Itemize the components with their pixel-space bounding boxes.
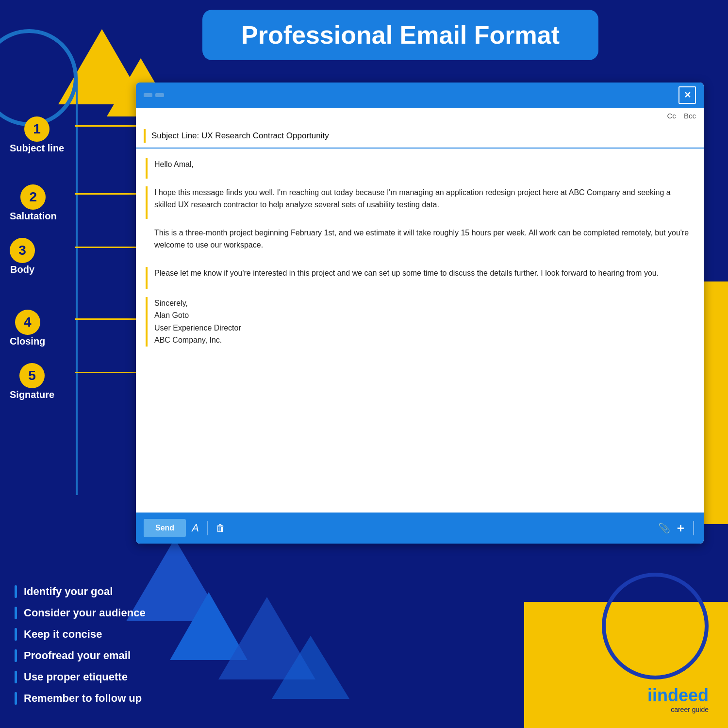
body-border-1 — [146, 186, 148, 219]
tip-text-4: Proofread your email — [24, 649, 131, 662]
subject-border-bar — [144, 129, 146, 143]
indeed-text: indeed — [652, 685, 709, 705]
email-titlebar: ✕ — [136, 83, 704, 108]
tip-text-1: Identify your goal — [24, 585, 113, 598]
blue-triangle-3 — [218, 597, 315, 679]
sidebar-label-3: Body — [10, 264, 34, 275]
toolbar-divider-2 — [693, 521, 694, 535]
tip-bar-5 — [15, 671, 17, 683]
tip-bar-1 — [15, 585, 17, 598]
tip-text-3: Keep it concise — [24, 628, 102, 641]
tip-item-5: Use proper etiquette — [15, 671, 146, 683]
sidebar-label-4: Closing — [10, 336, 45, 347]
close-button[interactable]: ✕ — [678, 86, 696, 104]
circle-left — [0, 29, 78, 126]
signature-section: Sincerely, Alan Goto User Experience Dir… — [146, 297, 694, 347]
connector-line-3 — [75, 247, 143, 248]
salutation-text: Hello Amal, — [154, 158, 194, 171]
sidebar-item-4: 4 Closing — [10, 310, 45, 347]
connector-line-2 — [75, 193, 143, 195]
tip-bar-4 — [15, 649, 17, 662]
sidebar-item-2: 2 Salutation — [10, 184, 57, 222]
font-format-icon[interactable]: A — [192, 522, 199, 534]
tip-text-6: Remember to follow up — [24, 692, 142, 705]
yellow-triangle-1 — [58, 29, 146, 104]
tip-text-2: Consider your audience — [24, 607, 146, 619]
tip-item-4: Proofread your email — [15, 649, 146, 662]
dot-2 — [155, 93, 164, 97]
cc-bcc: Cc Bcc — [667, 112, 696, 120]
titlebar-dots — [144, 93, 164, 97]
indeed-logo: iindeed career guide — [638, 680, 718, 718]
badge-5: 5 — [19, 363, 45, 388]
tip-item-3: Keep it concise — [15, 628, 146, 641]
tip-item-2: Consider your audience — [15, 607, 146, 619]
vertical-line-left — [76, 78, 78, 495]
email-toolbar: Send A 🗑 📎 + — [136, 513, 704, 544]
badge-3: 3 — [10, 238, 35, 263]
tip-bar-6 — [15, 692, 17, 705]
dot-1 — [144, 93, 152, 97]
salutation-border — [146, 158, 148, 179]
title-box: Professional Email Format — [202, 10, 598, 60]
closing-text: Please let me know if you're interested … — [154, 267, 659, 280]
plus-icon[interactable]: + — [677, 521, 684, 536]
trash-icon[interactable]: 🗑 — [215, 523, 225, 534]
email-to-row: Cc Bcc — [136, 108, 704, 124]
circle-right-large — [602, 573, 709, 679]
sidebar-item-1: 1 Subject line — [10, 116, 64, 154]
bcc-label[interactable]: Bcc — [684, 112, 696, 120]
connector-line-5 — [75, 372, 143, 373]
toolbar-divider-1 — [207, 521, 208, 535]
tips-section: Identify your goal Consider your audienc… — [15, 585, 146, 713]
closing-border — [146, 267, 148, 289]
email-body: Hello Amal, I hope this message finds yo… — [136, 149, 704, 507]
blue-triangle-2 — [170, 592, 248, 660]
salutation-section: Hello Amal, — [146, 158, 694, 179]
signature-line-3: User Experience Director — [154, 322, 241, 334]
connector-line-4 — [75, 318, 143, 320]
sidebar-label-5: Signature — [10, 389, 54, 400]
tip-bar-2 — [15, 607, 17, 619]
indeed-subtitle: career guide — [647, 706, 709, 713]
connector-line-1 — [75, 125, 138, 127]
email-window: ✕ Cc Bcc Subject Line: UX Research Contr… — [136, 83, 704, 544]
title-container: Professional Email Format — [170, 10, 631, 60]
tip-item-6: Remember to follow up — [15, 692, 146, 705]
attachment-icon[interactable]: 📎 — [658, 522, 670, 534]
page-title: Professional Email Format — [241, 21, 560, 49]
blue-triangle-4 — [272, 636, 349, 699]
signature-line-4: ABC Company, Inc. — [154, 334, 241, 347]
sidebar-label-2: Salutation — [10, 211, 57, 222]
badge-4: 4 — [15, 310, 40, 335]
body-text-1: I hope this message finds you well. I'm … — [154, 186, 694, 211]
body-section-1: I hope this message finds you well. I'm … — [146, 186, 694, 219]
signature-line-1: Sincerely, — [154, 297, 241, 310]
tip-item-1: Identify your goal — [15, 585, 146, 598]
signature-block: Sincerely, Alan Goto User Experience Dir… — [154, 297, 241, 347]
indeed-i: i — [647, 685, 652, 705]
badge-1: 1 — [24, 116, 50, 142]
sidebar-label-1: Subject line — [10, 143, 64, 154]
email-subject-row: Subject Line: UX Research Contract Oppor… — [136, 124, 704, 149]
body-text-2: This is a three-month project beginning … — [154, 227, 694, 251]
send-button[interactable]: Send — [144, 519, 186, 537]
badge-2: 2 — [20, 184, 46, 210]
signature-line-2: Alan Goto — [154, 309, 241, 322]
cc-label[interactable]: Cc — [667, 112, 676, 120]
tip-bar-3 — [15, 628, 17, 641]
sidebar-item-5: 5 Signature — [10, 363, 54, 400]
indeed-logo-text: iindeed — [647, 685, 709, 706]
tip-text-5: Use proper etiquette — [24, 671, 128, 683]
signature-border — [146, 297, 148, 347]
closing-section: Please let me know if you're interested … — [146, 267, 694, 289]
sidebar-item-3: 3 Body — [10, 238, 35, 275]
body-section-2: This is a three-month project beginning … — [146, 227, 694, 259]
subject-text: Subject Line: UX Research Contract Oppor… — [151, 131, 329, 141]
toolbar-right-icons: 📎 + — [658, 521, 696, 536]
